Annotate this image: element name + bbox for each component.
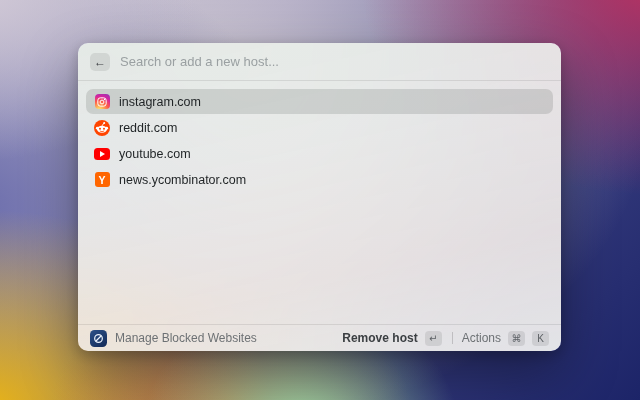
host-list-item[interactable]: instagram.com (86, 89, 553, 114)
host-list-item[interactable]: reddit.com (86, 115, 553, 140)
command-key-badge[interactable]: ⌘ (508, 331, 525, 346)
search-input[interactable] (120, 54, 549, 69)
search-bar: ← (78, 43, 561, 81)
k-key-badge[interactable]: K (532, 331, 549, 346)
desktop-wallpaper: { "window": { "search": { "placeholder":… (0, 0, 640, 400)
host-list-item[interactable]: Y news.ycombinator.com (86, 167, 553, 192)
reddit-icon (94, 120, 110, 136)
return-key-badge[interactable]: ↵ (425, 331, 442, 346)
blocked-circle-icon (90, 330, 107, 347)
footer-divider (452, 332, 453, 344)
host-list-item[interactable]: youtube.com (86, 141, 553, 166)
host-label: news.ycombinator.com (119, 173, 246, 187)
blocked-websites-panel: ← instagram.com reddit.com (78, 43, 561, 351)
host-label: youtube.com (119, 147, 191, 161)
footer-app-label: Manage Blocked Websites (115, 331, 257, 345)
back-button[interactable]: ← (90, 53, 110, 71)
remove-host-button[interactable]: Remove host (342, 331, 417, 345)
footer-bar: Manage Blocked Websites Remove host ↵ Ac… (78, 324, 561, 351)
arrow-left-icon: ← (94, 55, 106, 69)
host-label: reddit.com (119, 121, 177, 135)
youtube-icon (94, 146, 110, 162)
host-list: instagram.com reddit.com youtube.com Y n… (78, 81, 561, 324)
ycombinator-icon: Y (94, 172, 110, 188)
instagram-icon (94, 94, 110, 110)
footer-actions: Remove host ↵ Actions ⌘ K (342, 331, 549, 346)
actions-button[interactable]: Actions (462, 331, 501, 345)
host-label: instagram.com (119, 95, 201, 109)
